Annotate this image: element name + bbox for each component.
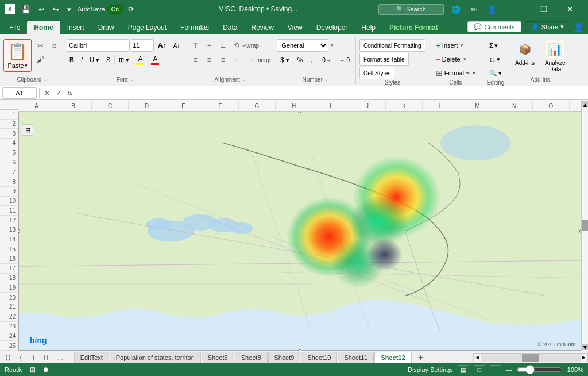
sheet-tab-dots[interactable]: ... xyxy=(52,352,74,363)
sheet-prev-button[interactable]: ⟨ xyxy=(15,352,26,363)
restore-button[interactable]: ❐ xyxy=(531,0,557,18)
font-size-input[interactable] xyxy=(131,39,154,52)
row-num-1[interactable]: 1 xyxy=(0,110,18,120)
format-cells-button[interactable]: ⊞ Format ~ ▾ xyxy=(432,67,479,79)
row-num-11[interactable]: 11 xyxy=(0,206,18,216)
col-header-M[interactable]: M xyxy=(459,100,496,112)
fill-color-button[interactable]: A xyxy=(133,53,147,66)
refresh-button[interactable]: ⟳ xyxy=(125,4,137,15)
font-color-button[interactable]: A xyxy=(148,53,162,66)
col-header-P[interactable]: P xyxy=(570,100,581,112)
row-num-5[interactable]: 5 xyxy=(0,148,18,158)
conditional-formatting-button[interactable]: Conditional Formatting xyxy=(359,39,425,52)
col-header-C[interactable]: C xyxy=(92,100,129,112)
italic-button[interactable]: I xyxy=(78,53,86,66)
customize-button[interactable]: ▾ xyxy=(64,4,74,15)
sort-dropdown[interactable]: ▾ xyxy=(497,56,500,63)
display-settings-button[interactable]: Display Settings xyxy=(408,366,453,373)
col-header-N[interactable]: N xyxy=(496,100,533,112)
right-align-button[interactable]: ≡ xyxy=(216,53,229,66)
undo-button[interactable]: ↩ xyxy=(36,4,48,15)
tab-developer[interactable]: Developer xyxy=(310,21,355,34)
save-button[interactable]: 💾 xyxy=(18,4,33,15)
minimize-button[interactable]: — xyxy=(504,0,531,18)
shrink-font-button[interactable]: A↓ xyxy=(171,39,183,52)
format-painter-button[interactable]: 🖌 xyxy=(34,53,47,66)
indent-inc-button[interactable]: → xyxy=(244,53,257,66)
alignment-expand[interactable]: ⌵ xyxy=(242,77,245,82)
number-expand[interactable]: ⌵ xyxy=(325,77,328,82)
indent-dec-button[interactable]: ← xyxy=(230,53,243,66)
sum-button[interactable]: Σ ▾ xyxy=(486,39,501,52)
comments-button[interactable]: 💬 Comments xyxy=(467,21,521,32)
cancel-formula-button[interactable]: ✕ xyxy=(42,88,52,98)
bold-button[interactable]: B xyxy=(67,53,77,66)
hscroll-right-arrow[interactable]: ► xyxy=(581,354,587,362)
copy-button[interactable]: ⧉ xyxy=(48,39,60,52)
vscroll-up-arrow[interactable]: ▲ xyxy=(582,101,588,107)
vscroll-down-arrow[interactable]: ▼ xyxy=(582,344,588,350)
hscroll-thumb[interactable] xyxy=(522,354,539,362)
add-sheet-button[interactable]: + xyxy=(415,352,427,363)
find-dropdown[interactable]: ▾ xyxy=(498,70,502,77)
close-button[interactable]: ✕ xyxy=(557,0,583,18)
row-num-3[interactable]: 3 xyxy=(0,129,18,139)
col-header-K[interactable]: K xyxy=(386,100,423,112)
delete-cells-button[interactable]: − Delete ▾ xyxy=(432,53,470,66)
sheet-tab-population[interactable]: Population of states, territori xyxy=(110,352,201,363)
row-num-25[interactable]: 25 xyxy=(0,341,18,351)
person-icon-btn[interactable]: 👤 xyxy=(574,22,583,32)
bot-align-button[interactable]: ⊥ xyxy=(216,39,229,52)
wrap-text-button[interactable]: ↵wrap xyxy=(244,39,257,52)
name-box[interactable] xyxy=(2,87,37,99)
zoom-slider[interactable] xyxy=(517,366,563,373)
sheet-tab-sheet9[interactable]: Sheet9 xyxy=(268,352,301,363)
border-button[interactable]: ⊞ ▾ xyxy=(116,53,132,66)
page-break-view-button[interactable]: ≡ xyxy=(490,365,501,374)
row-num-14[interactable]: 14 xyxy=(0,235,18,245)
sheet-tab-sheet11[interactable]: Sheet11 xyxy=(338,352,374,363)
resize-handle-bottom[interactable] xyxy=(298,349,301,351)
col-header-H[interactable]: H xyxy=(276,100,312,112)
row-num-17[interactable]: 17 xyxy=(0,264,18,274)
row-num-7[interactable]: 7 xyxy=(0,167,18,177)
person-button[interactable]: 👤 xyxy=(485,4,500,15)
sheet-tab-sheet12[interactable]: Sheet12 xyxy=(374,352,411,363)
row-num-2[interactable]: 2 xyxy=(0,120,18,129)
tab-formulas[interactable]: Formulas xyxy=(173,21,216,34)
pen-button[interactable]: ✏ xyxy=(468,4,480,15)
col-header-D[interactable]: D xyxy=(129,100,165,112)
sheet-tab-sheet10[interactable]: Sheet10 xyxy=(301,352,337,363)
center-align-button[interactable]: ≡ xyxy=(203,53,215,66)
confirm-formula-button[interactable]: ✓ xyxy=(53,88,64,98)
number-format-expand[interactable]: ▾ xyxy=(331,43,334,48)
sheet-next-button[interactable]: ⟩ xyxy=(28,352,39,363)
insert-dropdown[interactable]: ▾ xyxy=(461,43,463,48)
paste-button[interactable]: 📋 Paste ▾ xyxy=(3,39,32,72)
hscroll-left-arrow[interactable]: ◄ xyxy=(474,354,481,362)
horizontal-scrollbar[interactable]: ◄ ► xyxy=(473,353,588,362)
share-button[interactable]: 👤 Share ▾ xyxy=(525,21,570,32)
format-as-table-button[interactable]: Format as Table xyxy=(359,53,409,66)
number-format-select[interactable]: General xyxy=(277,39,328,52)
row-num-6[interactable]: 6 xyxy=(0,158,18,168)
redo-button[interactable]: ↪ xyxy=(50,4,62,15)
cut-button[interactable]: ✂ xyxy=(34,39,47,52)
row-num-15[interactable]: 15 xyxy=(0,244,18,254)
find-select-button[interactable]: 🔍 ▾ xyxy=(486,67,505,79)
row-num-20[interactable]: 20 xyxy=(0,293,18,302)
sort-filter-button[interactable]: ↕↓ ▾ xyxy=(486,53,504,66)
vertical-scrollbar[interactable]: ▲ ▼ xyxy=(581,100,588,351)
col-header-G[interactable]: G xyxy=(239,100,276,112)
format-dropdown[interactable]: ▾ xyxy=(473,70,475,76)
comma-button[interactable]: , xyxy=(307,53,316,66)
search-button[interactable]: 🔍 Search xyxy=(378,4,444,15)
sheet-first-button[interactable]: ⟨⟨ xyxy=(2,352,14,363)
row-num-22[interactable]: 22 xyxy=(0,312,18,322)
tab-review[interactable]: Review xyxy=(244,21,280,34)
tab-view[interactable]: View xyxy=(281,21,310,34)
col-header-E[interactable]: E xyxy=(165,100,202,112)
row-num-16[interactable]: 16 xyxy=(0,254,18,264)
tab-page-layout[interactable]: Page Layout xyxy=(121,21,173,34)
insert-cells-button[interactable]: + Insert ▾ xyxy=(432,39,468,52)
